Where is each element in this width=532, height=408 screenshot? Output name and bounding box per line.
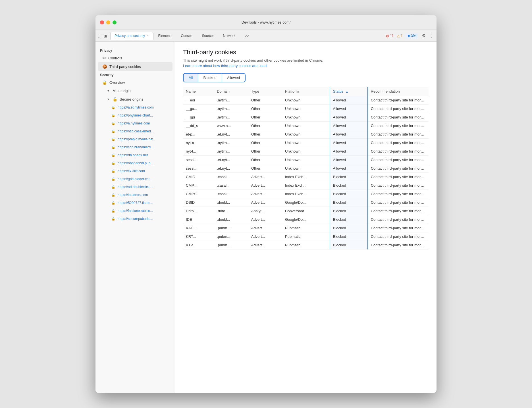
info-count-badge[interactable]: ▣ 394 <box>406 33 418 38</box>
table-row[interactable]: __ga... .nytim... Other Unknown Allowed … <box>183 105 429 113</box>
col-header-name[interactable]: Name <box>183 87 214 96</box>
sidebar-origin-item[interactable]: 🔒https://ad.doubleclick.... <box>98 183 173 191</box>
table-row[interactable]: __eoi .nytim... Other Unknown Allowed Co… <box>183 96 429 105</box>
table-row[interactable]: nyt-t... .nytim... Other Unknown Allowed… <box>183 147 429 156</box>
table-row[interactable]: KRT... .pubm... Advert... Pubmatic Block… <box>183 232 429 241</box>
cell-type: Other <box>248 147 282 156</box>
cell-recommendation: Contact third-party site for more info <box>368 181 429 190</box>
sidebar-origin-item[interactable]: 🔒https://pnytimes.chart... <box>98 111 173 119</box>
lock-icon: 🔒 <box>111 106 115 109</box>
sidebar-item-secure-origins[interactable]: ▼ 🔒 Secure origins <box>98 95 173 103</box>
cell-status: Allowed <box>330 130 368 139</box>
more-tabs-button[interactable]: >> <box>241 32 253 39</box>
cell-name: et-p... <box>183 130 214 139</box>
table-row[interactable]: nyt-a .nytim... Other Unknown Allowed Co… <box>183 139 429 147</box>
tab-console[interactable]: Console <box>177 32 197 39</box>
cell-domain: .pubm... <box>214 224 248 232</box>
sidebar-item-main-origin[interactable]: ▼ Main origin <box>98 87 173 95</box>
col-header-status[interactable]: Status ▲ <box>330 87 368 96</box>
filter-allowed-button[interactable]: Allowed <box>222 74 245 82</box>
cell-type: Advert... <box>248 173 282 181</box>
col-header-platform[interactable]: Platform <box>282 87 330 96</box>
sidebar-origin-item[interactable]: 🔒https://ib.adnxs.com <box>98 191 173 199</box>
sidebar-origin-item[interactable]: 🔒https://prebid.media.net <box>98 135 173 143</box>
table-row[interactable]: CMPS .casal... Advert... Index Exch... B… <box>183 190 429 198</box>
sidebar-item-third-party-cookies[interactable]: 🍪 Third-party cookies <box>98 62 173 71</box>
table-row[interactable]: __gpi .nytim... Other Unknown Allowed Co… <box>183 113 429 122</box>
page-title: Third-party cookies <box>183 49 429 56</box>
error-count-badge[interactable]: ⊗ 11 <box>386 34 394 38</box>
filter-blocked-button[interactable]: Blocked <box>198 74 222 82</box>
cell-domain: .et.nyt... <box>214 130 248 139</box>
table-row[interactable]: CMP... .casal... Advert... Index Exch...… <box>183 181 429 190</box>
tab-label: Sources <box>202 34 214 38</box>
table-row[interactable]: et-p... .et.nyt... Other Unknown Allowed… <box>183 130 429 139</box>
devtools-window: DevTools - www.nytimes.com/ ⬚ ▣ Privacy … <box>95 15 437 393</box>
sidebar-origin-item[interactable]: 🔒https://cdn.brandmetri... <box>98 143 173 151</box>
col-header-type[interactable]: Type <box>248 87 282 96</box>
sidebar-origin-item[interactable]: 🔒https://fastlane.rubico... <box>98 207 173 215</box>
tab-elements[interactable]: Elements <box>154 32 176 39</box>
cell-recommendation: Contact third-party site for more info <box>368 130 429 139</box>
tab-close-icon[interactable]: ✕ <box>147 34 149 38</box>
sort-arrow-icon: ▲ <box>346 90 348 93</box>
sidebar-origin-item[interactable]: 🔒https://grid-bidder.crit... <box>98 175 173 183</box>
table-row[interactable]: sessi... .et.nyt... Other Unknown Allowe… <box>183 164 429 173</box>
table-row[interactable]: Doto... .doto... Analyt... Conversant Bl… <box>183 207 429 215</box>
cell-domain: .nytim... <box>214 139 248 147</box>
tab-privacy-security[interactable]: Privacy and security ✕ <box>110 32 153 40</box>
cell-platform: Unknown <box>282 139 330 147</box>
table-row[interactable]: __dd_s www.n... Other Unknown Allowed Co… <box>183 122 429 130</box>
cell-name: sessi... <box>183 164 214 173</box>
cell-type: Other <box>248 122 282 130</box>
warning-count-badge[interactable]: △ 7 <box>397 34 402 38</box>
origins-list: 🔒https://a.et.nytimes.com🔒https://pnytim… <box>95 103 175 223</box>
cell-type: Other <box>248 113 282 122</box>
sidebar-origin-item[interactable]: 🔒https://securepubads.... <box>98 215 173 223</box>
cell-platform: Unknown <box>282 147 330 156</box>
col-header-recommendation[interactable]: Recommendation <box>368 87 429 96</box>
sidebar-origin-item[interactable]: 🔒https://a.et.nytimes.com <box>98 103 173 111</box>
col-header-domain[interactable]: Domain <box>214 87 248 96</box>
cell-domain: .nytim... <box>214 147 248 156</box>
menu-icon[interactable]: ⋮ <box>429 33 434 39</box>
cell-name: __eoi <box>183 96 214 105</box>
minimize-button[interactable] <box>106 20 110 24</box>
cell-platform: Unknown <box>282 113 330 122</box>
table-row[interactable]: sessi... .et.nyt... Other Unknown Allowe… <box>183 156 429 164</box>
table-row[interactable]: KAD... .pubm... Advert... Pubmatic Block… <box>183 224 429 232</box>
close-button[interactable] <box>100 20 104 24</box>
tab-sources[interactable]: Sources <box>198 32 218 39</box>
sidebar-origin-item[interactable]: 🔒https://tlx.3lift.com <box>98 167 173 175</box>
table-row[interactable]: IDE .doubl... Advert... Google/Do... Blo… <box>183 215 429 224</box>
learn-more-link[interactable]: Learn more about how third-party cookies… <box>183 64 267 68</box>
tab-network[interactable]: Network <box>219 32 239 39</box>
cell-status: Blocked <box>330 215 368 224</box>
maximize-button[interactable] <box>113 20 117 24</box>
table-row[interactable]: KTP... .pubm... Advert... Pubmatic Block… <box>183 241 429 249</box>
settings-icon[interactable]: ⚙ <box>422 33 426 38</box>
cell-domain: .et.nyt... <box>214 164 248 173</box>
cursor-icon[interactable]: ⬚ <box>98 34 101 38</box>
sidebar-origin-item[interactable]: 🔒https://hbopenbid.pub... <box>98 159 173 167</box>
table-row[interactable]: CMID .casal... Advert... Index Exch... B… <box>183 173 429 181</box>
cell-status: Blocked <box>330 207 368 215</box>
sidebar-item-controls[interactable]: ⚙ Controls <box>98 54 173 62</box>
sidebar-origin-item[interactable]: 🔒https://rtb.openx.net <box>98 151 173 159</box>
table-row[interactable]: DSID .doubl... Advert... Google/Do... Bl… <box>183 198 429 207</box>
cell-name: CMPS <box>183 190 214 198</box>
filter-all-button[interactable]: All <box>184 74 198 82</box>
cell-recommendation: Contact third-party site for more info <box>368 105 429 113</box>
cell-recommendation: Contact third-party site for more info <box>368 96 429 105</box>
tab-label: Network <box>223 34 235 38</box>
lock-icon: 🔒 <box>111 169 115 173</box>
sidebar-item-overview[interactable]: 🔒 Overview <box>98 78 173 87</box>
sidebar-origin-item[interactable]: 🔒https://htlb.casalemed... <box>98 127 173 135</box>
third-party-cookies-label: Third-party cookies <box>109 64 141 69</box>
lock-icon: 🔒 <box>111 209 115 213</box>
device-icon[interactable]: ▣ <box>104 34 107 38</box>
sidebar-origin-item[interactable]: 🔒https://a.nytimes.com <box>98 119 173 127</box>
cell-platform: Pubmatic <box>282 232 330 241</box>
main-origin-label: Main origin <box>113 89 131 93</box>
sidebar-origin-item[interactable]: 🔒https://5290727.fls.do... <box>98 199 173 207</box>
